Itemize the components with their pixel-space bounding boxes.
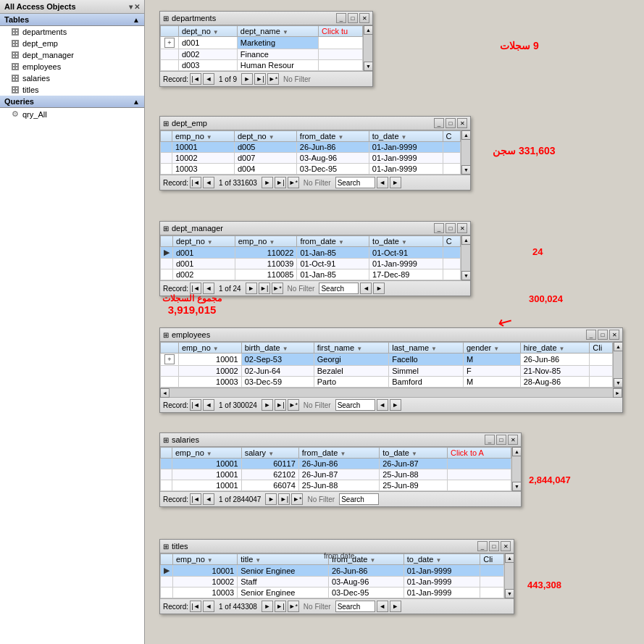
titles-maximize[interactable]: □ — [489, 541, 499, 551]
sidebar-item-titles[interactable]: titles — [0, 84, 144, 96]
nav-hright[interactable]: ► — [390, 399, 401, 411]
employees-win-controls[interactable]: _ □ ✕ — [586, 330, 619, 340]
employees-search[interactable] — [335, 399, 375, 411]
vscroll-down[interactable]: ▼ — [461, 165, 471, 175]
hscroll-right[interactable]: ► — [613, 388, 622, 398]
departments-close[interactable]: ✕ — [359, 13, 369, 23]
employees-col-hire-date[interactable]: hire_date ▼ — [520, 343, 590, 354]
employees-maximize[interactable]: □ — [598, 330, 608, 340]
salaries-col-clickto[interactable]: Click to A — [448, 448, 511, 459]
salaries-col-salary[interactable]: salary ▼ — [241, 448, 298, 459]
nav-new[interactable]: ►* — [267, 73, 279, 85]
nav-first[interactable]: |◄ — [190, 283, 201, 294]
nav-hleft[interactable]: ◄ — [377, 601, 388, 612]
nav-next[interactable]: ► — [262, 399, 273, 411]
departments-col-dept-no[interactable]: dept_no ▼ — [179, 26, 238, 37]
nav-hleft[interactable]: ◄ — [377, 399, 388, 411]
nav-first[interactable]: |◄ — [190, 493, 201, 505]
salaries-col-emp-no[interactable]: emp_no ▼ — [172, 448, 242, 459]
nav-prev[interactable]: ◄ — [203, 399, 214, 411]
employees-col-first-name[interactable]: first_name ▼ — [314, 343, 389, 354]
titles-col-title[interactable]: title ▼ — [238, 554, 329, 565]
dept-emp-col-to-date[interactable]: to_date ▼ — [369, 131, 443, 142]
vscroll-down[interactable]: ▼ — [364, 62, 373, 71]
expand-btn[interactable]: + — [164, 354, 175, 364]
vscroll-down[interactable]: ▼ — [614, 378, 623, 388]
titles-close[interactable]: ✕ — [501, 541, 511, 551]
vscroll-down[interactable]: ▼ — [512, 482, 522, 491]
salaries-win-controls[interactable]: _ □ ✕ — [485, 435, 518, 445]
titles-search[interactable] — [335, 601, 375, 612]
dept-emp-col-c[interactable]: C — [443, 131, 460, 142]
nav-new[interactable]: ►* — [288, 399, 299, 411]
nav-new[interactable]: ►* — [272, 283, 283, 294]
departments-col-indicator[interactable] — [161, 26, 179, 37]
vscroll-up[interactable]: ▲ — [614, 342, 623, 351]
dept-manager-maximize[interactable]: □ — [446, 223, 456, 233]
employees-col-last-name[interactable]: last_name ▼ — [389, 343, 464, 354]
employees-col-gender[interactable]: gender ▼ — [463, 343, 520, 354]
tables-section-header[interactable]: Tables ▲ — [0, 14, 144, 26]
vscroll-up[interactable]: ▲ — [512, 447, 522, 456]
departments-maximize[interactable]: □ — [348, 13, 358, 23]
panel-header-icons[interactable]: ▾ ✕ — [129, 3, 140, 11]
dept-emp-close[interactable]: ✕ — [457, 118, 467, 128]
dept-manager-col-dept-no[interactable]: dept_no ▼ — [173, 236, 235, 247]
vscroll-up[interactable]: ▲ — [461, 235, 471, 245]
nav-hleft[interactable]: ◄ — [360, 283, 372, 294]
sidebar-item-salaries[interactable]: salaries — [0, 72, 144, 84]
nav-new[interactable]: ►* — [291, 493, 303, 505]
nav-first[interactable]: |◄ — [190, 177, 201, 188]
employees-col-cli[interactable]: Cli — [590, 343, 613, 354]
vscroll-down[interactable]: ▼ — [461, 271, 471, 280]
departments-col-clickto[interactable]: Click tu — [319, 26, 363, 37]
titles-col-to-date[interactable]: to_date ▼ — [403, 554, 480, 565]
employees-col-emp-no[interactable]: emp_no ▼ — [179, 343, 242, 354]
dept-emp-maximize[interactable]: □ — [446, 118, 456, 128]
nav-hright[interactable]: ► — [373, 283, 385, 294]
titles-win-controls[interactable]: _ □ ✕ — [477, 541, 511, 551]
titles-col-emp-no[interactable]: emp_no ▼ — [173, 554, 238, 565]
dept-manager-col-from-date[interactable]: from_date ▼ — [297, 236, 369, 247]
salaries-minimize[interactable]: _ — [485, 435, 495, 445]
nav-new[interactable]: ►* — [288, 601, 299, 612]
nav-new[interactable]: ►* — [288, 177, 299, 188]
sidebar-item-departments[interactable]: departments — [0, 26, 144, 38]
dept-manager-col-to-date[interactable]: to_date ▼ — [369, 236, 443, 247]
dept-manager-minimize[interactable]: _ — [434, 223, 444, 233]
salaries-close[interactable]: ✕ — [508, 435, 518, 445]
dept-manager-win-controls[interactable]: _ □ ✕ — [434, 223, 467, 233]
nav-hleft[interactable]: ◄ — [377, 177, 388, 188]
nav-next[interactable]: ► — [262, 601, 273, 612]
dept-emp-col-indicator[interactable] — [161, 131, 172, 142]
nav-next[interactable]: ► — [241, 73, 253, 85]
panel-icon-1[interactable]: ▾ — [129, 3, 133, 11]
hscroll-left[interactable]: ◄ — [160, 388, 170, 398]
expand-btn[interactable]: + — [164, 38, 175, 48]
vscroll-down[interactable]: ▼ — [505, 589, 514, 598]
dept-manager-col-c[interactable]: C — [443, 236, 460, 247]
sidebar-item-employees[interactable]: employees — [0, 61, 144, 72]
nav-last[interactable]: ►| — [275, 601, 286, 612]
nav-prev[interactable]: ◄ — [203, 177, 214, 188]
nav-hright[interactable]: ► — [390, 177, 401, 188]
vscroll-up[interactable]: ▲ — [461, 130, 471, 140]
employees-col-indicator[interactable] — [161, 343, 179, 354]
dept-emp-col-emp-no[interactable]: emp_no ▼ — [172, 131, 235, 142]
vscroll-up[interactable]: ▲ — [505, 553, 514, 563]
sidebar-item-dept-manager[interactable]: dept_manager — [0, 49, 144, 61]
dept-emp-col-dept-no[interactable]: dept_no ▼ — [234, 131, 296, 142]
salaries-col-from-date[interactable]: from_date ▼ — [298, 448, 379, 459]
dept-emp-search[interactable] — [335, 177, 375, 188]
nav-next[interactable]: ► — [246, 283, 257, 294]
nav-first[interactable]: |◄ — [190, 73, 201, 85]
titles-minimize[interactable]: _ — [477, 541, 488, 551]
sidebar-item-qry-all[interactable]: ⚙ qry_All — [0, 108, 144, 120]
nav-last[interactable]: ►| — [259, 283, 270, 294]
salaries-col-indicator[interactable] — [161, 448, 172, 459]
queries-section-header[interactable]: Queries ▲ — [0, 96, 144, 108]
departments-minimize[interactable]: _ — [336, 13, 346, 23]
nav-last[interactable]: ►| — [275, 177, 286, 188]
titles-col-cli[interactable]: Cli — [480, 554, 504, 565]
nav-prev[interactable]: ◄ — [203, 283, 214, 294]
